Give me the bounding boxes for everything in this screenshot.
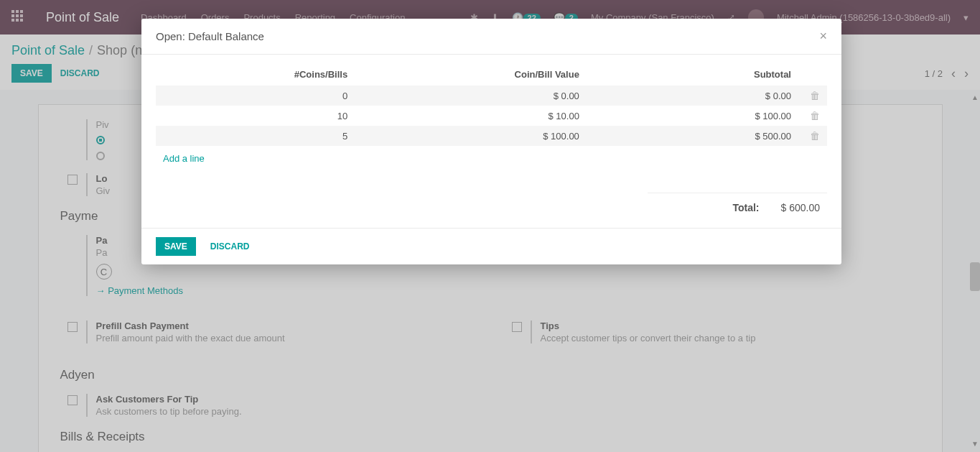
cell-value[interactable]: $ 10.00 — [355, 106, 587, 126]
table-row[interactable]: 0$ 0.00$ 0.00🗑 — [156, 86, 827, 106]
total-value: $ 600.00 — [781, 202, 821, 213]
cell-count[interactable]: 5 — [156, 126, 355, 146]
table-row[interactable]: 10$ 10.00$ 100.00🗑 — [156, 106, 827, 126]
cell-value[interactable]: $ 0.00 — [355, 86, 587, 106]
cell-value[interactable]: $ 100.00 — [355, 126, 587, 146]
coins-bills-table: #Coins/Bills Coin/Bill Value Subtotal 0$… — [156, 63, 827, 146]
close-icon[interactable]: × — [819, 29, 827, 44]
modal-title: Open: Default Balance — [156, 30, 264, 42]
modal-discard-button[interactable]: DISCARD — [202, 237, 258, 256]
cell-subtotal: $ 500.00 — [587, 126, 798, 146]
col-value: Coin/Bill Value — [355, 63, 587, 86]
col-count: #Coins/Bills — [156, 63, 355, 86]
trash-icon[interactable]: 🗑 — [806, 110, 820, 121]
trash-icon[interactable]: 🗑 — [806, 130, 820, 142]
table-row[interactable]: 5$ 100.00$ 500.00🗑 — [156, 126, 827, 146]
cell-count[interactable]: 0 — [156, 86, 355, 106]
cell-subtotal: $ 0.00 — [587, 86, 798, 106]
modal-save-button[interactable]: SAVE — [156, 237, 196, 256]
add-line-link[interactable]: Add a line — [156, 146, 212, 164]
trash-icon[interactable]: 🗑 — [806, 90, 820, 101]
cell-subtotal: $ 100.00 — [587, 106, 798, 126]
col-subtotal: Subtotal — [587, 63, 798, 86]
modal-default-balance: Open: Default Balance × #Coins/Bills Coi… — [141, 19, 841, 264]
cell-count[interactable]: 10 — [156, 106, 355, 126]
total-label: Total: — [732, 202, 759, 213]
